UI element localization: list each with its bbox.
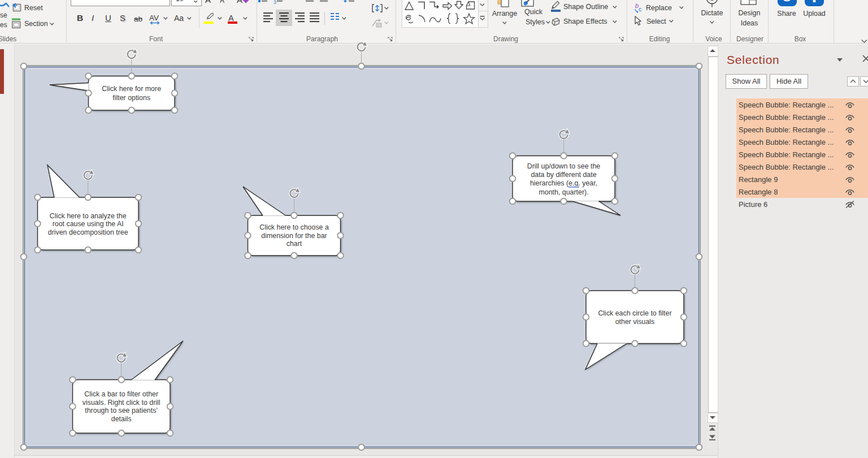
- svg-text:other visuals: other visuals: [615, 318, 655, 326]
- svg-text:Click here for more: Click here for more: [102, 85, 161, 93]
- svg-text:Drill up/down to see the: Drill up/down to see the: [527, 162, 601, 170]
- svg-text:visuals. Right click to drill: visuals. Right click to drill: [83, 399, 160, 407]
- svg-text:driven decomposition tree: driven decomposition tree: [48, 228, 128, 236]
- svg-text:Click a bar to filter other: Click a bar to filter other: [84, 390, 158, 398]
- svg-text:hierarchies (e.g. year,: hierarchies (e.g. year,: [530, 179, 597, 187]
- svg-text:root cause using the AI: root cause using the AI: [53, 220, 124, 228]
- svg-text:through to see patients’: through to see patients’: [85, 407, 158, 414]
- svg-text:data by different date: data by different date: [531, 171, 596, 179]
- svg-text:dimension for the bar: dimension for the bar: [261, 232, 327, 240]
- svg-text:c: c: [639, 6, 642, 12]
- svg-text:Click here to choose a: Click here to choose a: [259, 223, 329, 231]
- svg-text:details: details: [111, 415, 132, 423]
- svg-text:filter options: filter options: [112, 94, 150, 102]
- svg-text:chart: chart: [287, 240, 302, 248]
- svg-text:3: 3: [274, 0, 276, 5]
- svg-text:Click here to analyze the: Click here to analyze the: [50, 212, 127, 220]
- svg-text:Click each circle to filter: Click each circle to filter: [598, 309, 671, 317]
- svg-text:month, quarter).: month, quarter).: [539, 188, 588, 196]
